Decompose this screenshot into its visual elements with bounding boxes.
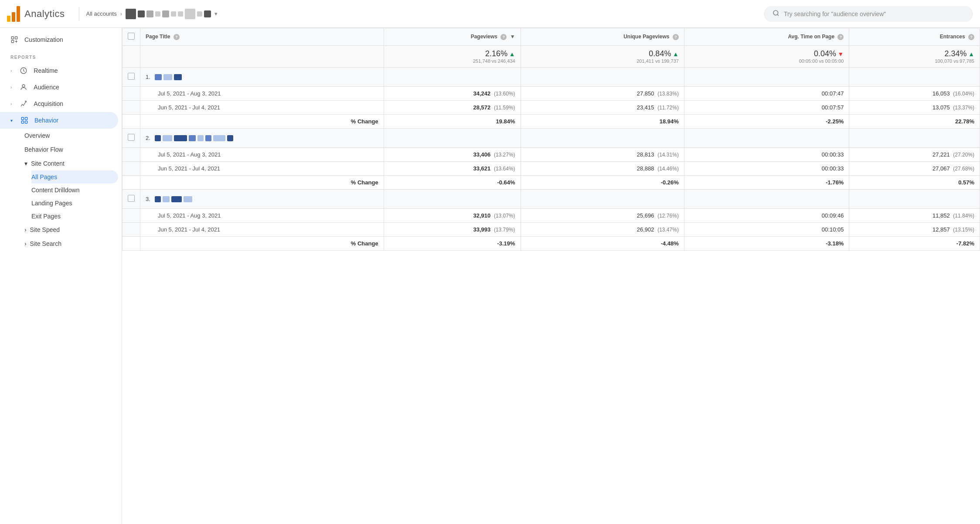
unique-help-icon[interactable]: ?	[673, 34, 679, 40]
summary-page-title-cell	[140, 46, 384, 68]
svg-point-0	[773, 10, 778, 15]
row1-change-label: % Change	[140, 115, 384, 129]
behavior-flow-label: Behavior Flow	[24, 146, 63, 153]
pageviews-sort-icon[interactable]: ▼	[510, 34, 515, 40]
select-all-checkbox[interactable]	[128, 33, 135, 40]
summary-unique-cell: 0.84% 201,411 vs 199,737	[521, 46, 684, 68]
all-pages-label: All Pages	[31, 174, 57, 180]
page-block	[174, 135, 187, 141]
sidebar-customization-label: Customization	[24, 36, 63, 43]
page-block	[155, 74, 162, 80]
sidebar-item-site-speed[interactable]: › Site Speed	[24, 223, 118, 237]
sidebar-item-landing-pages[interactable]: Landing Pages	[31, 197, 118, 210]
col-label-entrances: Entrances	[940, 34, 965, 40]
row1-pageviews-header	[384, 68, 521, 87]
acc-block-8	[185, 9, 195, 19]
account-nav-label: All accounts	[86, 10, 117, 17]
acc-block-3	[146, 10, 153, 17]
row1-d1-label: Jul 5, 2021 - Aug 3, 2021	[140, 87, 384, 101]
table-row: Jul 5, 2021 - Aug 3, 2021 32,910 (13.07%…	[122, 209, 980, 223]
row3-change-label: % Change	[140, 237, 384, 251]
pageviews-help-icon[interactable]: ?	[500, 34, 507, 40]
page-title-help-icon[interactable]: ?	[174, 34, 180, 40]
summary-checkbox-cell	[122, 46, 140, 68]
logo-area: Analytics	[7, 6, 65, 22]
page-block	[227, 135, 233, 141]
page-block	[205, 135, 211, 141]
row2-d2-pageviews: 33,621 (13.64%)	[384, 162, 521, 176]
sidebar-item-site-content[interactable]: ▾ Site Content	[24, 157, 118, 170]
audience-label: Audience	[34, 84, 59, 91]
sidebar-item-behavior-flow[interactable]: Behavior Flow	[24, 143, 118, 157]
svg-line-1	[777, 14, 779, 16]
row2-entrances-header	[849, 129, 980, 148]
row1-change-avgtime: -2.25%	[684, 115, 849, 129]
row3-d1-avgtime: 00:09:46	[684, 209, 849, 223]
sidebar-item-exit-pages[interactable]: Exit Pages	[31, 210, 118, 223]
table-row: Jun 5, 2021 - Jul 4, 2021 33,993 (13.79%…	[122, 223, 980, 237]
sidebar-item-overview[interactable]: Overview	[24, 129, 118, 143]
entrances-trend-icon	[968, 51, 974, 58]
acc-block-4	[155, 11, 160, 17]
search-bar[interactable]: Try searching for "audience overview"	[764, 6, 973, 22]
sidebar-item-realtime[interactable]: › Realtime	[0, 62, 118, 79]
row3-checkbox[interactable]	[128, 195, 135, 202]
row3-number: 3.	[146, 196, 150, 202]
row1-change-unique: 18.94%	[521, 115, 684, 129]
row3-checkbox-cell[interactable]	[122, 190, 140, 209]
svg-point-8	[22, 85, 25, 87]
pageviews-trend-icon	[509, 51, 515, 58]
row3-d1-pageviews: 32,910 (13.07%)	[384, 209, 521, 223]
page-block	[171, 196, 182, 202]
header-checkbox-cell[interactable]	[122, 28, 140, 46]
row2-checkbox-cell[interactable]	[122, 129, 140, 148]
site-content-chevron: ▾	[24, 160, 27, 167]
sidebar-item-all-pages[interactable]: All Pages	[31, 170, 118, 184]
search-icon	[772, 10, 779, 18]
avg-time-help-icon[interactable]: ?	[837, 34, 844, 40]
sidebar-item-acquisition[interactable]: › Acquisition	[0, 95, 118, 112]
sidebar-item-behavior[interactable]: ▾ Behavior	[0, 112, 118, 129]
row1-d1-pageviews: 34,242 (13.60%)	[384, 87, 521, 101]
row3-d1-label: Jul 5, 2021 - Aug 3, 2021	[140, 209, 384, 223]
entrances-help-icon[interactable]: ?	[968, 34, 974, 40]
row1-entrances-header	[849, 68, 980, 87]
behavior-chevron: ▾	[10, 118, 13, 123]
acc-block-2	[138, 10, 145, 17]
page-block	[163, 196, 170, 202]
app-title: Analytics	[24, 8, 65, 20]
summary-avgtime-compare: 00:05:00 vs 00:05:00	[690, 58, 844, 64]
row3-change-entrances: -7.82%	[849, 237, 980, 251]
page-block	[163, 135, 172, 141]
realtime-chevron: ›	[10, 68, 12, 73]
dropdown-chevron-icon[interactable]: ▾	[214, 10, 218, 17]
summary-pageviews-compare: 251,748 vs 246,434	[389, 58, 515, 64]
sidebar-item-content-drilldown[interactable]: Content Drilldown	[31, 184, 118, 197]
row2-pageviews-header	[384, 129, 521, 148]
sidebar-item-site-search[interactable]: › Site Search	[24, 237, 118, 251]
summary-entrances-compare: 100,070 vs 97,785	[854, 58, 974, 64]
svg-rect-4	[11, 41, 14, 43]
account-nav[interactable]: All accounts › ▾	[86, 9, 218, 19]
row3-change-unique: -4.48%	[521, 237, 684, 251]
sidebar-item-customization[interactable]: Customization	[0, 31, 118, 48]
summary-unique-pct: 0.84%	[649, 49, 671, 58]
row2-page-title-cell: 2.	[140, 129, 384, 148]
row1-d2-label: Jun 5, 2021 - Jul 4, 2021	[140, 101, 384, 115]
search-placeholder: Try searching for "audience overview"	[784, 10, 886, 17]
summary-entrances-cell: 2.34% 100,070 vs 97,785	[849, 46, 980, 68]
row1-d2-check	[122, 101, 140, 115]
row1-number: 1.	[146, 74, 150, 80]
row1-change-check	[122, 115, 140, 129]
site-search-label: Site Search	[30, 240, 61, 247]
sidebar-item-audience[interactable]: › Audience	[0, 79, 118, 95]
row1-checkbox[interactable]	[128, 73, 135, 80]
summary-avgtime-cell: 0.04% 00:05:00 vs 00:05:00	[684, 46, 849, 68]
row1-checkbox-cell[interactable]	[122, 68, 140, 87]
row3-unique-header	[521, 190, 684, 209]
row2-page-blocks	[155, 135, 233, 141]
customization-icon	[10, 36, 18, 44]
summary-entrances-pct: 2.34%	[944, 49, 966, 58]
audience-chevron: ›	[10, 85, 12, 90]
row2-checkbox[interactable]	[128, 134, 135, 141]
